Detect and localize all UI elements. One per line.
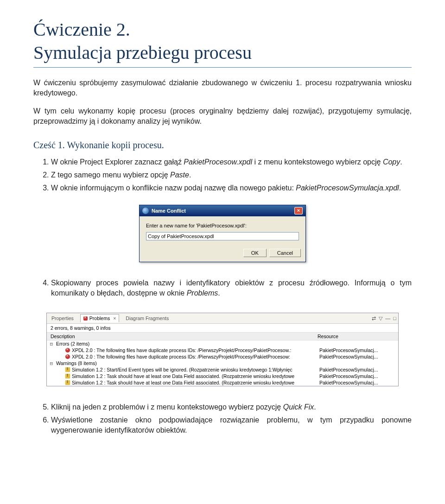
filename-input[interactable]	[146, 232, 299, 240]
warnings-group-label: Warnings (8 items)	[56, 360, 97, 366]
page-title-line1: Ćwiczenie 2.	[33, 19, 412, 41]
intro-para-1: W ćwiczeniu spróbujemy zasymulować dział…	[33, 78, 412, 98]
errors-group[interactable]: ⊟ Errors (2 items)	[47, 340, 398, 347]
error-row-2[interactable]: XPDL 2.0 : The following files have dupl…	[47, 353, 398, 360]
warning-3-text: Simulation 1.2 : Task should have at lea…	[72, 380, 316, 385]
step-1-filename: PakietProcesow.xpdl	[184, 158, 252, 166]
warning-icon	[65, 367, 70, 372]
step-2-menu-paste: Paste	[170, 171, 189, 179]
dialog-title-text: Name Conflict	[152, 208, 186, 214]
maximize-icon[interactable]: □	[393, 315, 396, 321]
warning-1-resource: PakietProcesowSymulacj...	[318, 367, 396, 372]
step-4: Skopiowany proces powiela nazwy i identy…	[51, 278, 412, 298]
step-1: W oknie Project Explorer zaznacz gałąź P…	[51, 157, 412, 167]
step-3-text-a: W oknie informującym o konflikcie nazw p…	[51, 184, 296, 192]
section-heading: Cześć 1. Wykonanie kopii procesu.	[33, 140, 412, 151]
step-2-text-a: Z tego samego menu wybierz opcję	[51, 171, 170, 179]
step-5-text-a: Kliknij na jeden z problemów i z menu ko…	[51, 403, 283, 411]
error-icon	[65, 354, 70, 359]
warning-row-2[interactable]: Simulation 1.2 : Task should have at lea…	[47, 373, 398, 379]
col-description[interactable]: Description	[51, 334, 316, 339]
step-6: Wyświetlone zostanie okno podpowiadające…	[51, 415, 412, 435]
warning-2-resource: PakietProcesowSymulacj...	[318, 373, 396, 379]
step-3-filename: PakietProcesowSymulacja.xpdl	[296, 184, 399, 192]
warning-3-resource: PakietProcesowSymulacj...	[318, 380, 396, 385]
error-2-text: XPDL 2.0 : The following files have dupl…	[72, 354, 316, 359]
warnings-group[interactable]: ⊟ Warnings (8 items)	[47, 360, 398, 366]
columns-header: Description Resource	[47, 333, 398, 340]
warning-row-1[interactable]: Simulation 1.2 : Start/End Event types w…	[47, 366, 398, 373]
close-tab-icon[interactable]: ×	[113, 315, 116, 321]
globe-icon	[142, 208, 149, 214]
tab-diagram-fragments[interactable]: Diagram Fragments	[123, 315, 172, 322]
step-3-text-b: .	[399, 184, 401, 192]
problems-summary: 2 errors, 8 warnings, 0 infos	[47, 324, 398, 333]
page-title-line2: Symulacja przebiegu procesu	[33, 42, 412, 68]
ok-button[interactable]: OK	[243, 249, 267, 257]
dialog-titlebar: Name Conflict ×	[140, 205, 305, 216]
warning-icon	[65, 374, 70, 378]
step-1-menu-copy: Copy	[383, 158, 400, 166]
step-4-text-b: .	[218, 289, 220, 297]
step-5-quickfix: Quick Fix	[283, 403, 314, 411]
error-1-resource: PakietProcesowSymulacj...	[318, 347, 396, 353]
step-1-text-c: .	[400, 158, 402, 166]
warning-1-text: Simulation 1.2 : Start/End Event types w…	[72, 367, 316, 372]
warning-icon	[65, 380, 70, 385]
name-conflict-dialog: Name Conflict × Enter a new name for 'Pa…	[139, 205, 306, 262]
tab-properties[interactable]: Properties	[49, 315, 76, 322]
panel-tabs: Properties Problems × Diagram Fragments …	[47, 313, 398, 324]
col-resource[interactable]: Resource	[316, 334, 394, 339]
error-icon	[65, 348, 70, 353]
view-menu-icon[interactable]: ▽	[379, 315, 382, 321]
cancel-button[interactable]: Cancel	[269, 249, 301, 257]
step-1-text-a: W oknie Project Explorer zaznacz gałąź	[51, 158, 184, 166]
collapse-icon[interactable]: ⊟	[49, 360, 54, 366]
collapse-icon[interactable]: ⊟	[49, 341, 54, 346]
minimize-icon[interactable]: —	[385, 315, 390, 321]
tab-problems-label: Problems	[89, 315, 110, 321]
step-5-text-b: .	[314, 403, 316, 411]
problems-panel: Properties Problems × Diagram Fragments …	[46, 313, 399, 386]
filter-icon[interactable]: ⇄	[372, 315, 376, 321]
step-4-text-a: Skopiowany proces powiela nazwy i identy…	[51, 279, 412, 297]
error-2-resource: PakietProcesowSymulacj...	[318, 354, 396, 359]
step-4-problems-word: Problems	[187, 289, 218, 297]
step-1-text-b: i z menu kontekstowego wybierz opcję	[252, 158, 383, 166]
step-2: Z tego samego menu wybierz opcję Paste.	[51, 170, 412, 180]
error-1-text: XPDL 2.0 : The following files have dupl…	[72, 347, 316, 353]
intro-para-2: W tym celu wykonamy kopię procesu (proce…	[33, 106, 412, 126]
step-2-text-b: .	[189, 171, 191, 179]
errors-group-label: Errors (2 items)	[56, 341, 89, 346]
close-icon[interactable]: ×	[294, 207, 303, 214]
dialog-prompt: Enter a new name for 'PakietProcesow.xpd…	[146, 223, 299, 228]
step-5: Kliknij na jeden z problemów i z menu ko…	[51, 402, 412, 412]
warning-row-3[interactable]: Simulation 1.2 : Task should have at lea…	[47, 379, 398, 386]
error-row-1[interactable]: XPDL 2.0 : The following files have dupl…	[47, 347, 398, 353]
tab-problems[interactable]: Problems ×	[80, 314, 120, 322]
error-icon	[83, 316, 88, 321]
step-3: W oknie informującym o konflikcie nazw p…	[51, 183, 412, 193]
warning-2-text: Simulation 1.2 : Task should have at lea…	[72, 373, 316, 379]
